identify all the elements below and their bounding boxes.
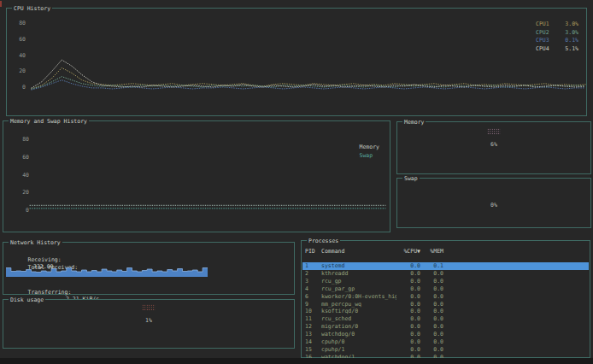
- process-mem: 0.0: [420, 301, 443, 308]
- process-command: ksoftirqd/0: [321, 308, 396, 315]
- process-mem: 0.0: [420, 323, 443, 331]
- process-pid: 11: [302, 315, 321, 323]
- process-pid: 6: [302, 293, 321, 301]
- panel-disk-usage: Disk usage 1%: [3, 299, 295, 349]
- process-mem: 0.0: [420, 315, 443, 323]
- process-cpu: 0.0: [396, 270, 420, 278]
- cpu-y-axis: 806040200: [12, 21, 26, 91]
- panel-swap-gauge: Swap 0%: [396, 178, 591, 228]
- cpu-legend-item: CPU30.1%: [536, 37, 578, 45]
- process-command: rcu_sched: [321, 315, 396, 323]
- process-pid: 14: [302, 338, 321, 346]
- process-column-header[interactable]: PID: [302, 248, 321, 255]
- memory-usage-value: 6%: [397, 141, 590, 148]
- memory-swap-history-chart: [29, 138, 386, 214]
- panel-memory-swap-history: Memory and Swap History 806040200 Memory…: [3, 120, 390, 232]
- cpu-legend-item: CPU45.1%: [536, 45, 578, 54]
- process-row[interactable]: 10ksoftirqd/00.00.0: [302, 308, 589, 315]
- cpu-legend: CPU13.0%CPU23.0%CPU30.1%CPU45.1%: [536, 21, 578, 53]
- network-receiving-chart: [6, 266, 208, 277]
- process-pid: 12: [302, 323, 321, 331]
- memory-swap-legend-item: Memory: [360, 144, 379, 152]
- process-command: kthreadd: [321, 270, 396, 278]
- process-command: migration/0: [321, 323, 396, 331]
- process-mem: 0.0: [420, 308, 443, 315]
- process-command: cpuhp/0: [321, 338, 396, 346]
- panel-cpu-history: CPU History 806040200 CPU13.0%CPU23.0%CP…: [6, 8, 587, 116]
- process-pid: 13: [302, 331, 321, 338]
- panel-title-cpu-history: CPU History: [12, 5, 52, 12]
- panel-title-disk-usage: Disk usage: [9, 296, 45, 303]
- y-tick-label: 20: [15, 190, 29, 196]
- process-cpu: 0.0: [396, 262, 420, 270]
- process-cpu: 0.0: [396, 323, 420, 331]
- transferring-label: Transferring:: [27, 289, 71, 296]
- process-command: rcu_gp: [321, 278, 396, 285]
- process-row[interactable]: 2kthreadd0.00.0: [302, 270, 589, 278]
- process-row[interactable]: 14cpuhp/00.00.0: [302, 338, 589, 346]
- process-row[interactable]: 1systemd0.00.1: [302, 262, 589, 270]
- memory-swap-legend: MemorySwap: [360, 144, 379, 160]
- panel-title-processes: Processes: [307, 238, 340, 244]
- process-column-header[interactable]: %MEM: [420, 248, 443, 255]
- process-row[interactable]: 12migration/00.00.0: [302, 323, 589, 331]
- process-command: cpuhp/1: [321, 346, 396, 354]
- process-mem: 0.0: [420, 278, 443, 285]
- cpu-legend-item: CPU23.0%: [536, 29, 578, 38]
- process-command: mm_percpu_wq: [321, 301, 396, 308]
- process-mem: 0.0: [420, 285, 443, 293]
- process-row[interactable]: 3rcu_gp0.00.0: [302, 278, 589, 285]
- process-pid: 9: [302, 301, 321, 308]
- process-pid: 3: [302, 278, 321, 285]
- process-table-header: PIDCommand%CPU▼%MEM: [302, 248, 589, 255]
- process-row[interactable]: 11rcu_sched0.00.0: [302, 315, 589, 323]
- process-mem: 0.0: [420, 270, 443, 278]
- process-cpu: 0.0: [396, 285, 420, 293]
- panel-memory-gauge: Memory 6%: [396, 121, 591, 174]
- process-cpu: 0.0: [396, 346, 420, 354]
- y-tick-label: 40: [12, 53, 26, 59]
- process-cpu: 0.0: [396, 293, 420, 301]
- process-mem: 0.0: [420, 293, 443, 301]
- y-tick-label: 0: [12, 85, 26, 91]
- cpu-history-chart: [31, 17, 586, 94]
- process-column-header[interactable]: Command: [321, 248, 396, 255]
- process-row[interactable]: 4rcu_par_gp0.00.0: [302, 285, 589, 293]
- process-mem: 0.0: [420, 338, 443, 346]
- panel-processes: Processes PIDCommand%CPU▼%MEM 1systemd0.…: [301, 240, 590, 358]
- system-monitor-screen: CPU History 806040200 CPU13.0%CPU23.0%CP…: [0, 0, 593, 364]
- process-pid: 2: [302, 270, 321, 278]
- process-cpu: 0.0: [396, 331, 420, 338]
- cpu-legend-item: CPU13.0%: [536, 21, 578, 29]
- panel-network-history: Network History Receiving: 332.00 B/s To…: [3, 242, 295, 295]
- panel-title-network-history: Network History: [9, 239, 62, 246]
- process-column-header[interactable]: %CPU▼: [396, 248, 420, 255]
- process-row[interactable]: 15cpuhp/10.00.0: [302, 346, 589, 354]
- panel-title-memory-swap-history: Memory and Swap History: [9, 118, 89, 125]
- process-table-body: 1systemd0.00.12kthreadd0.00.03rcu_gp0.00…: [302, 262, 590, 358]
- process-pid: 10: [302, 308, 321, 315]
- process-cpu: 0.0: [396, 301, 420, 308]
- process-command: systemd: [321, 262, 396, 270]
- process-row[interactable]: 9mm_percpu_wq0.00.0: [302, 301, 589, 308]
- terminal-cursor-artifact: [0, 1, 2, 7]
- disk-usage-dot-gauge: [142, 304, 156, 311]
- process-pid: 1: [302, 262, 321, 270]
- memory-swap-legend-item: Swap: [360, 152, 379, 161]
- process-row[interactable]: 13watchdog/00.00.0: [302, 331, 589, 338]
- process-cpu: 0.0: [396, 315, 420, 323]
- memory-swap-y-axis: 806040200: [15, 137, 29, 214]
- process-cpu: 0.0: [396, 308, 420, 315]
- y-tick-label: 20: [12, 68, 26, 74]
- process-command: watchdog/0: [321, 331, 396, 338]
- swap-usage-value: 0%: [397, 202, 590, 208]
- y-tick-label: 80: [12, 21, 26, 26]
- panel-title-swap: Swap: [402, 175, 420, 182]
- y-tick-label: 40: [15, 173, 29, 179]
- process-cpu: 0.0: [396, 278, 420, 285]
- process-mem: 0.1: [420, 262, 443, 270]
- terminal-bottom-margin: [0, 358, 593, 364]
- process-command: rcu_par_gp: [321, 285, 396, 293]
- y-tick-label: 80: [15, 137, 29, 143]
- process-row[interactable]: 6kworker/0:0H-events_high0.00.0: [302, 293, 589, 301]
